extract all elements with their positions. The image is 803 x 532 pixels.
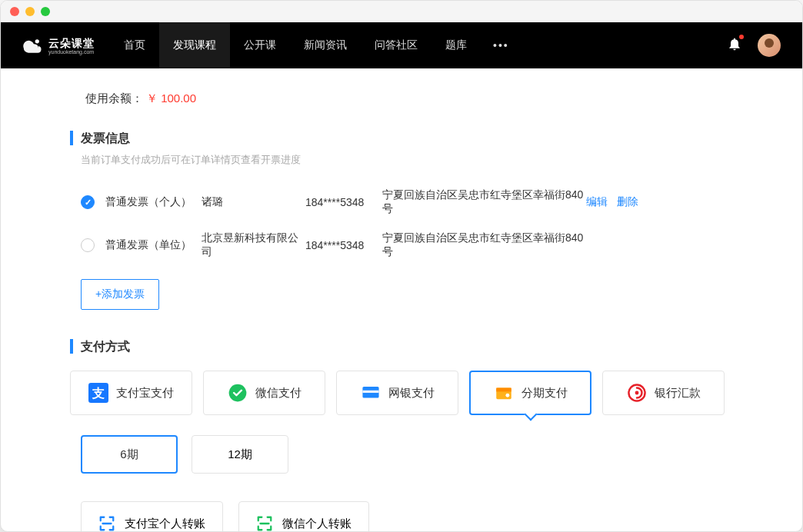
payment-method-label: 微信支付: [255, 386, 302, 401]
payment-method-wechat[interactable]: 微信支付: [203, 371, 325, 415]
notification-dot: [739, 35, 744, 39]
add-invoice-button[interactable]: +添加发票: [81, 279, 159, 310]
transfer-method-label: 支付宝个人转账: [125, 517, 205, 531]
payment-method-alipay[interactable]: 支支付宝支付: [70, 371, 192, 415]
cloud-logo-icon: [22, 35, 44, 56]
transfer-method-wechat-personal[interactable]: 微信个人转账: [238, 501, 369, 531]
payment-method-label: 支付宝支付: [116, 386, 174, 401]
payment-title: 支付方式: [70, 339, 733, 354]
transfer-method-alipay-personal[interactable]: 支付宝个人转账: [81, 501, 223, 531]
invoice-title: 发票信息: [70, 131, 733, 145]
brand-logo[interactable]: 云朵课堂 yunduoketang.com: [22, 35, 95, 56]
window-titlebar: [1, 1, 802, 22]
payment-method-label: 网银支付: [388, 386, 435, 401]
invoice-actions: 编辑删除: [586, 195, 638, 209]
nav-more-button[interactable]: •••: [481, 39, 521, 52]
invoice-name: 北京昱新科技有限公司: [202, 231, 305, 259]
nav-items: 首页发现课程公开课新闻资讯问答社区题库: [110, 22, 481, 68]
svg-rect-5: [362, 391, 378, 393]
scan-icon: [256, 515, 273, 531]
invoice-rows: 普通发票（个人）诸璐184****5348宁夏回族自治区吴忠市红寺堡区幸福街84…: [70, 181, 733, 267]
scan-icon: [98, 515, 115, 531]
balance-label: 使用余额：: [85, 91, 143, 106]
page-content: 使用余额： ￥ 100.00 发票信息 当前订单支付成功后可在订单详情页查看开票…: [1, 68, 802, 531]
window-close-button[interactable]: [10, 7, 19, 16]
app-window: 云朵课堂 yunduoketang.com 首页发现课程公开课新闻资讯问答社区题…: [0, 0, 803, 532]
payment-method-label: 银行汇款: [655, 386, 701, 401]
invoice-phone: 184****5348: [305, 239, 382, 251]
invoice-radio[interactable]: [81, 238, 95, 252]
installment-terms: 6期12期: [70, 435, 733, 474]
alipay-icon: 支: [88, 383, 108, 403]
nav-item-1[interactable]: 发现课程: [159, 22, 230, 68]
delete-link[interactable]: 删除: [617, 195, 638, 209]
nav-item-5[interactable]: 题库: [431, 22, 481, 68]
installment-term-0[interactable]: 6期: [81, 435, 178, 474]
netbank-icon: [361, 383, 381, 403]
wechat-icon: [228, 383, 248, 403]
payment-method-label: 分期支付: [521, 386, 568, 401]
svg-point-0: [35, 39, 39, 43]
nav-item-0[interactable]: 首页: [110, 22, 159, 68]
payment-method-installment[interactable]: 分期支付: [469, 371, 591, 415]
nav-item-2[interactable]: 公开课: [230, 22, 290, 68]
installment-icon: [494, 383, 514, 403]
balance-amount: ￥ 100.00: [146, 91, 196, 106]
invoice-address: 宁夏回族自治区吴忠市红寺堡区幸福街840号: [382, 231, 586, 259]
notification-bell[interactable]: [727, 36, 742, 55]
invoice-address: 宁夏回族自治区吴忠市红寺堡区幸福街840号: [382, 188, 586, 216]
edit-link[interactable]: 编辑: [586, 195, 608, 209]
installment-term-1[interactable]: 12期: [192, 435, 288, 474]
svg-point-8: [505, 394, 509, 397]
banktransfer-icon: [627, 383, 647, 403]
invoice-name: 诸璐: [202, 195, 305, 209]
invoice-row-1: 普通发票（单位）北京昱新科技有限公司184****5348宁夏回族自治区吴忠市红…: [70, 224, 733, 267]
payment-method-banktransfer[interactable]: 银行汇款: [602, 371, 725, 415]
window-minimize-button[interactable]: [25, 7, 35, 16]
svg-rect-7: [496, 388, 511, 392]
svg-text:支: 支: [92, 386, 105, 400]
invoice-radio[interactable]: [81, 195, 95, 209]
payment-section: 支付方式 支支付宝支付微信支付网银支付分期支付银行汇款 6期12期 支付宝个人转…: [70, 339, 733, 531]
transfer-methods: 支付宝个人转账微信个人转账: [70, 501, 733, 531]
payment-method-grid: 支支付宝支付微信支付网银支付分期支付银行汇款: [70, 371, 733, 415]
nav-item-4[interactable]: 问答社区: [361, 22, 431, 68]
invoice-type: 普通发票（个人）: [105, 195, 202, 209]
invoice-type: 普通发票（单位）: [105, 238, 202, 252]
invoice-row-0: 普通发票（个人）诸璐184****5348宁夏回族自治区吴忠市红寺堡区幸福街84…: [70, 181, 733, 224]
brand-sub: yunduoketang.com: [48, 49, 95, 55]
invoice-subtitle: 当前订单支付成功后可在订单详情页查看开票进度: [70, 153, 733, 167]
invoice-section: 发票信息 当前订单支付成功后可在订单详情页查看开票进度 普通发票（个人）诸璐18…: [70, 131, 733, 310]
window-maximize-button[interactable]: [41, 7, 50, 16]
invoice-phone: 184****5348: [305, 196, 382, 208]
svg-point-10: [635, 391, 638, 395]
top-nav: 云朵课堂 yunduoketang.com 首页发现课程公开课新闻资讯问答社区题…: [1, 22, 802, 68]
nav-item-3[interactable]: 新闻资讯: [290, 22, 361, 68]
user-avatar[interactable]: [758, 34, 781, 57]
payment-method-netbank[interactable]: 网银支付: [336, 371, 458, 415]
transfer-method-label: 微信个人转账: [282, 517, 352, 531]
balance-row: 使用余额： ￥ 100.00: [70, 91, 733, 106]
